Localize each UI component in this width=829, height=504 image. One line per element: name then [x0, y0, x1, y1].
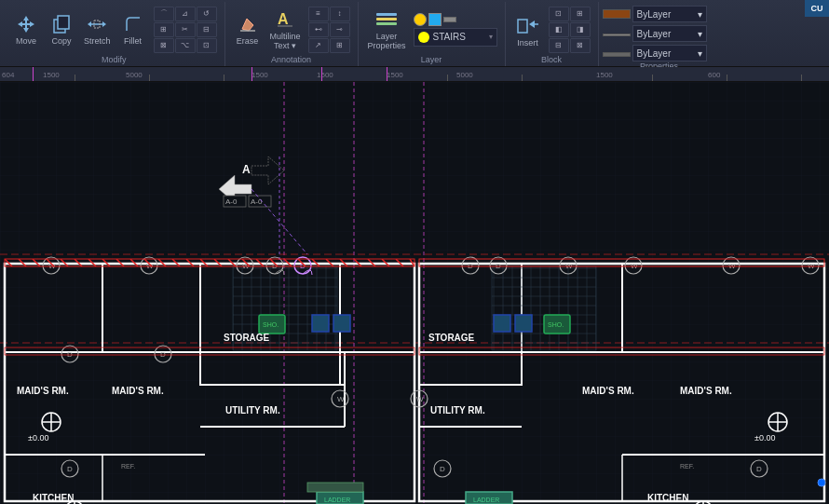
svg-text:MAID'S RM.: MAID'S RM. [582, 386, 634, 396]
ruler-tick-magenta-4 [387, 67, 387, 82]
ann-tool-4[interactable]: ⊸ [330, 22, 350, 37]
fillet-label: Fillet [124, 36, 142, 46]
block-tool-3[interactable]: ◧ [549, 22, 569, 37]
linetype-dropdown-arrow: ▾ [698, 29, 702, 39]
user-initials: CU [811, 4, 823, 13]
svg-text:MAID'S RM.: MAID'S RM. [112, 386, 164, 396]
layer-properties-button[interactable]: LayerProperties [364, 6, 410, 54]
ruler-tick-2 [149, 75, 150, 82]
svg-text:LADDER: LADDER [324, 497, 350, 503]
block-group: Insert ⊡ ⊞ ◧ ◨ ⊟ ⊠ Block [506, 2, 599, 66]
svg-text:D: D [160, 350, 166, 359]
layer-dropdown-arrow: ▾ [489, 33, 493, 41]
block-tool-2[interactable]: ⊞ [570, 7, 591, 21]
svg-text:±0.00: ±0.00 [28, 433, 48, 443]
move-button[interactable]: Move [9, 6, 43, 54]
small-tool-8[interactable]: ⌥ [175, 38, 196, 53]
ruler-label-5000a: 5000 [126, 71, 143, 79]
stretch-button[interactable]: Stretch [80, 6, 115, 54]
move-label: Move [16, 36, 36, 46]
small-tool-7[interactable]: ⊠ [154, 38, 174, 53]
ruler-label-1500e: 1500 [596, 71, 613, 79]
linetype-dropdown[interactable]: ByLayer ▾ [632, 25, 707, 42]
svg-text:D: D [756, 465, 762, 473]
ruler-tick-3 [224, 75, 224, 82]
ruler-tick-magenta-2 [251, 67, 252, 82]
layer-group-label: Layer [421, 55, 442, 66]
svg-rect-12 [376, 18, 397, 20]
insert-button[interactable]: Insert [511, 6, 545, 54]
block-tool-6[interactable]: ⊠ [570, 38, 591, 53]
svg-text:D: D [440, 465, 445, 473]
svg-text:KITCHEN: KITCHEN [33, 493, 74, 503]
ruler-label-1500c: 1500 [317, 71, 333, 79]
ann-tool-5[interactable]: ↗ [308, 38, 329, 53]
small-tool-1[interactable]: ⌒ [154, 7, 174, 21]
ann-tool-2[interactable]: ↕ [330, 7, 350, 21]
small-tool-9[interactable]: ⊡ [197, 38, 217, 53]
block-tool-1[interactable]: ⊡ [549, 7, 569, 21]
svg-rect-167 [307, 483, 363, 492]
ruler-label-1500d: 1500 [387, 71, 403, 79]
ruler-tick-7 [727, 75, 727, 82]
ruler-label-1500b: 1500 [251, 71, 268, 79]
ruler-start-label: 604 [2, 71, 14, 79]
svg-marker-15 [529, 20, 535, 28]
svg-text:W: W [337, 395, 345, 403]
lineweight-dropdown-arrow: ▾ [698, 48, 702, 59]
copy-label: Copy [51, 36, 71, 46]
svg-text:LADDER: LADDER [473, 497, 499, 503]
move-icon [16, 14, 36, 34]
block-small-tools: ⊡ ⊞ ◧ ◨ ⊟ ⊠ [547, 5, 592, 55]
erase-icon [238, 14, 258, 34]
erase-button[interactable]: Erase [231, 6, 265, 54]
ann-tool-6[interactable]: ⊞ [330, 38, 350, 53]
stretch-label: Stretch [84, 36, 111, 46]
copy-icon [51, 14, 72, 34]
layer-weight-icon [443, 17, 456, 22]
modify-tools: Move Copy [9, 4, 219, 55]
linetype-dropdown-label: ByLayer [637, 29, 672, 39]
small-tool-4[interactable]: ⊞ [154, 22, 174, 37]
copy-button[interactable]: Copy [45, 6, 78, 54]
svg-text:D: D [67, 350, 73, 359]
small-tool-5[interactable]: ✂ [175, 22, 196, 37]
ann-tool-1[interactable]: ≡ [308, 7, 329, 21]
multiline-text-button[interactable]: A MultilineText ▾ [266, 6, 305, 54]
small-tool-3[interactable]: ↺ [197, 7, 217, 21]
svg-marker-7 [242, 19, 253, 31]
svg-text:A: A [278, 11, 289, 27]
ruler-tick-1 [75, 75, 75, 82]
small-tool-6[interactable]: ⊟ [197, 22, 217, 37]
multiline-text-icon: A [275, 9, 295, 30]
svg-text:UTILITY RM.: UTILITY RM. [430, 405, 485, 415]
user-avatar[interactable]: CU [805, 0, 829, 17]
lineweight-dropdown[interactable]: ByLayer ▾ [632, 45, 707, 61]
linetype-swatch [603, 34, 631, 36]
svg-text:MAID'S RM.: MAID'S RM. [680, 386, 732, 396]
svg-text:±0.00: ±0.00 [754, 433, 775, 443]
ruler-tick-magenta-1 [33, 67, 34, 82]
svg-text:STORAGE: STORAGE [224, 333, 270, 343]
block-tool-5[interactable]: ⊟ [549, 38, 569, 53]
color-dropdown-arrow: ▾ [698, 9, 702, 20]
fillet-button[interactable]: Fillet [116, 6, 150, 54]
ann-tool-3[interactable]: ⊷ [308, 22, 329, 37]
block-tool-4[interactable]: ◨ [570, 22, 591, 37]
layer-color-icon [414, 13, 427, 26]
properties-tools: ByLayer ▾ ByLayer ▾ ByLayer [603, 2, 716, 61]
ruler-tick-magenta-3 [321, 67, 322, 82]
ruler-tick-5 [522, 75, 523, 82]
svg-text:W: W [416, 395, 424, 403]
layer-dropdown[interactable]: STAIRS ▾ [414, 28, 497, 47]
svg-marker-5 [102, 21, 106, 27]
canvas-area[interactable]: SHO. SHO. W W W D D D D W W W [0, 82, 829, 504]
annotation-small-tools: ≡ ↕ ⊷ ⊸ ↗ ⊞ [306, 5, 352, 55]
layer-group: LayerProperties STAIRS ▾ Layer [359, 2, 506, 66]
svg-rect-14 [518, 20, 527, 33]
svg-text:A-0: A-0 [225, 198, 238, 206]
color-dropdown[interactable]: ByLayer ▾ [632, 6, 707, 22]
modify-group: Move Copy [4, 2, 225, 66]
small-tool-2[interactable]: ⊿ [175, 7, 196, 21]
layer-properties-icon [374, 9, 399, 30]
